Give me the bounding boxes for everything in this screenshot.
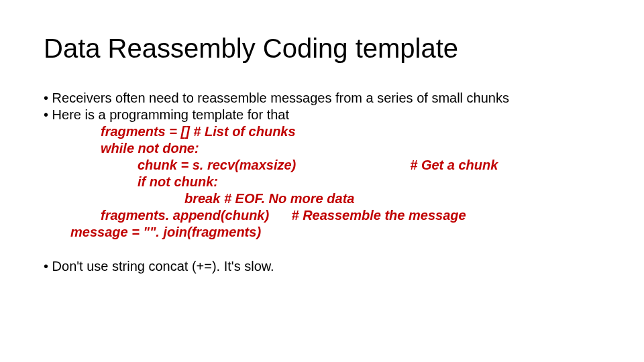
code-line-3: chunk = s. recv(maxsize) # Get a chunk (101, 157, 600, 174)
slide: Data Reassembly Coding template • Receiv… (0, 0, 644, 362)
code-line-2: while not done: (101, 140, 600, 157)
bullet-text: Here is a programming template for that (52, 107, 290, 122)
code-line-1: fragments = [] # List of chunks (101, 123, 600, 140)
bullet-marker: • (44, 259, 52, 274)
bullet-item-1: • Receivers often need to reassemble mes… (44, 90, 600, 107)
code-line-5: break # EOF. No more data (101, 190, 600, 207)
bullet-text: Don't use string concat (+=). It's slow. (52, 259, 274, 274)
code-block: fragments = [] # List of chunks while no… (101, 123, 600, 241)
bullet-item-2: • Here is a programming template for tha… (44, 107, 600, 123)
slide-title: Data Reassembly Coding template (44, 34, 600, 63)
code-line-7: message = "". join(fragments) (70, 224, 600, 241)
bullet-marker: • (44, 107, 52, 122)
code-line-3-comment: # Get a chunk (296, 157, 498, 174)
bullet-text: Receivers often need to reassemble messa… (52, 90, 509, 105)
bullet-item-3: • Don't use string concat (+=). It's slo… (44, 258, 600, 275)
code-line-6: fragments. append(chunk) # Reassemble th… (101, 207, 600, 224)
bullet-marker: • (44, 90, 52, 105)
code-line-4: if not chunk: (101, 174, 600, 190)
code-line-3-stmt: chunk = s. recv(maxsize) (138, 157, 296, 174)
